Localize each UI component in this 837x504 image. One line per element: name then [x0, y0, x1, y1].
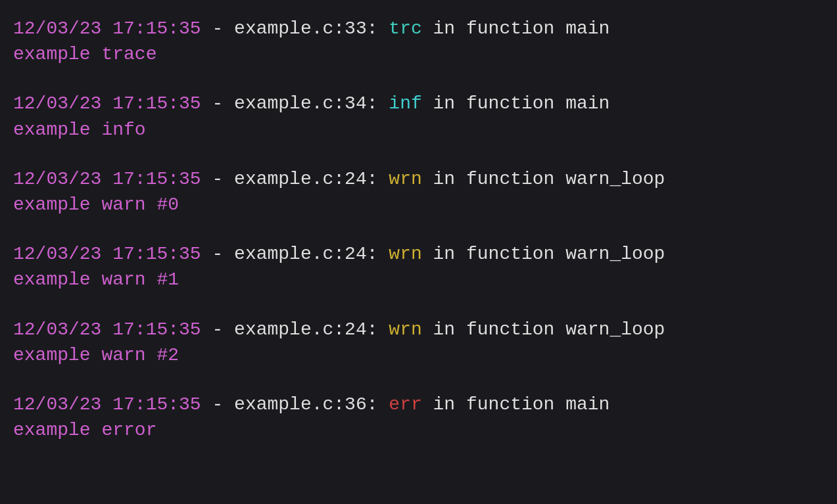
log-dash: -: [201, 91, 234, 116]
log-filename: example.c:24:: [234, 166, 377, 192]
log-level: wrn: [389, 317, 421, 342]
log-line-header: 12/03/23 17:15:35 - example.c:24: wrn in…: [13, 166, 824, 192]
log-in-keyword: in: [422, 392, 466, 417]
log-function-keyword: function: [466, 91, 554, 116]
log-filename: example.c:36:: [234, 392, 377, 417]
log-message: example warn #0: [13, 192, 824, 218]
log-line-header: 12/03/23 17:15:35 - example.c:24: wrn in…: [13, 317, 824, 342]
log-function-keyword: function: [466, 241, 554, 267]
log-function-name: warn_loop: [554, 166, 665, 192]
log-function-name: warn_loop: [554, 317, 665, 342]
log-timestamp: 12/03/23 17:15:35: [13, 166, 201, 192]
log-filename: example.c:34:: [234, 91, 377, 116]
log-dash: -: [201, 317, 234, 342]
log-level: wrn: [389, 166, 421, 192]
log-level: inf: [389, 91, 421, 116]
log-function-name: main: [554, 91, 610, 116]
log-block: 12/03/23 17:15:35 - example.c:33: trc in…: [13, 16, 824, 67]
log-level: trc: [389, 16, 421, 41]
log-message: example warn #2: [13, 342, 824, 368]
log-block: 12/03/23 17:15:35 - example.c:24: wrn in…: [13, 241, 824, 292]
log-block: 12/03/23 17:15:35 - example.c:24: wrn in…: [13, 166, 824, 218]
log-in-keyword: in: [422, 16, 466, 41]
log-function-name: warn_loop: [554, 241, 665, 267]
log-dash: -: [201, 16, 234, 41]
log-function-name: main: [554, 392, 610, 417]
log-filename: example.c:33:: [234, 16, 377, 41]
log-function-keyword: function: [466, 16, 554, 41]
log-block: 12/03/23 17:15:35 - example.c:34: inf in…: [13, 91, 824, 142]
log-timestamp: 12/03/23 17:15:35: [13, 241, 201, 267]
log-timestamp: 12/03/23 17:15:35: [13, 317, 201, 342]
log-line-header: 12/03/23 17:15:35 - example.c:34: inf in…: [13, 91, 824, 116]
log-line-header: 12/03/23 17:15:35 - example.c:24: wrn in…: [13, 241, 824, 267]
log-dash: -: [201, 166, 234, 192]
log-dash: -: [201, 241, 234, 267]
log-message: example warn #1: [13, 267, 824, 292]
log-dash: -: [201, 392, 234, 417]
log-block: 12/03/23 17:15:35 - example.c:36: err in…: [13, 392, 824, 443]
log-message: example error: [13, 417, 824, 443]
log-message: example info: [13, 117, 824, 143]
log-timestamp: 12/03/23 17:15:35: [13, 392, 201, 417]
log-filename: example.c:24:: [234, 241, 377, 267]
log-timestamp: 12/03/23 17:15:35: [13, 91, 201, 116]
log-line-header: 12/03/23 17:15:35 - example.c:33: trc in…: [13, 16, 824, 41]
log-message: example trace: [13, 41, 824, 67]
log-level: err: [389, 392, 421, 417]
log-function-keyword: function: [466, 317, 554, 342]
log-function-name: main: [554, 16, 610, 41]
log-timestamp: 12/03/23 17:15:35: [13, 16, 201, 41]
log-function-keyword: function: [466, 166, 554, 192]
log-in-keyword: in: [422, 241, 466, 267]
log-in-keyword: in: [422, 317, 466, 342]
log-level: wrn: [389, 241, 421, 267]
log-container: 12/03/23 17:15:35 - example.c:33: trc in…: [13, 16, 824, 443]
log-in-keyword: in: [422, 166, 466, 192]
log-block: 12/03/23 17:15:35 - example.c:24: wrn in…: [13, 317, 824, 368]
log-function-keyword: function: [466, 392, 554, 417]
log-filename: example.c:24:: [234, 317, 377, 342]
log-line-header: 12/03/23 17:15:35 - example.c:36: err in…: [13, 392, 824, 417]
log-in-keyword: in: [422, 91, 466, 116]
